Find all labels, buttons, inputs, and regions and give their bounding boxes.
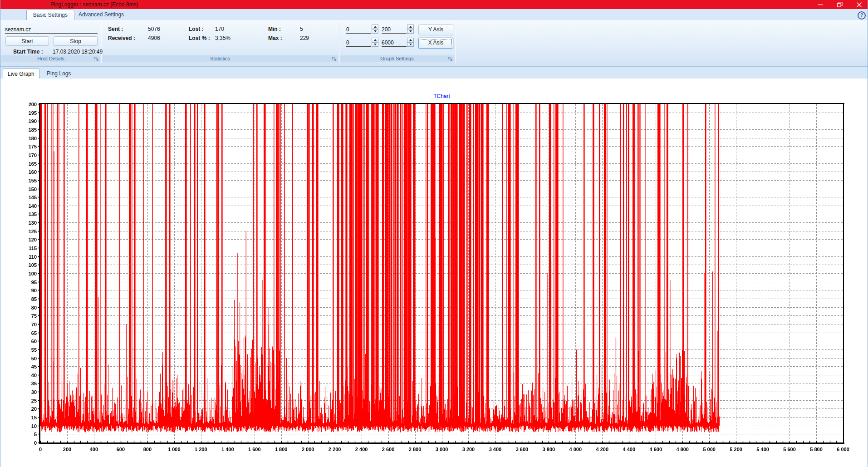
y-axis-max-spinner <box>407 25 414 34</box>
spin-down-icon[interactable] <box>407 42 414 47</box>
minimize-button[interactable] <box>812 0 828 9</box>
spin-down-icon[interactable] <box>407 29 414 34</box>
stat-sent-value: 5076 <box>148 26 160 32</box>
ping-chart-canvas[interactable] <box>0 79 868 467</box>
pinglogger-window: PingLogger : seznam.cz (Echo 8ms) Basic … <box>0 0 868 467</box>
group-host-details: Start Stop Start Time : 17.03.2020 18:20… <box>1 20 100 62</box>
host-input[interactable] <box>5 26 98 34</box>
window-title: PingLogger : seznam.cz (Echo 8ms) <box>50 1 138 8</box>
x-axis-button[interactable]: X Asis <box>418 38 453 49</box>
ribbon-body: Start Stop Start Time : 17.03.2020 18:20… <box>0 20 868 67</box>
stat-max-label: Max : <box>268 35 282 41</box>
ribbon-tab-advanced-settings[interactable]: Advanced Settings <box>72 10 130 20</box>
stat-min-label: Min : <box>268 26 281 32</box>
help-icon[interactable]: ? <box>858 11 866 20</box>
group-separator <box>339 22 339 63</box>
stat-min-value: 5 <box>300 26 303 32</box>
ribbon-tab-strip: Basic Settings Advanced Settings ? <box>0 9 868 20</box>
spin-up-icon[interactable] <box>407 38 414 42</box>
close-icon <box>857 2 862 7</box>
close-button[interactable] <box>851 0 867 9</box>
spin-down-icon[interactable] <box>372 29 378 34</box>
group-caption-statistics: Statistics <box>102 55 338 62</box>
spin-up-icon[interactable] <box>407 25 414 29</box>
stat-lost-pct-value: 3,35% <box>215 35 230 41</box>
restore-button[interactable] <box>832 0 848 9</box>
live-graph-panel: TChart <box>0 79 868 467</box>
spin-down-icon[interactable] <box>372 42 378 47</box>
group-caption-graph-settings: Graph Settings <box>340 55 454 62</box>
start-time-label: Start Time : <box>13 49 43 55</box>
tab-ping-logs[interactable]: Ping Logs <box>42 69 75 79</box>
start-time-value: 17.03.2020 18:20:49 <box>53 49 103 55</box>
y-axis-button[interactable]: Y Asis <box>418 25 453 35</box>
dialog-launcher-icon[interactable] <box>448 56 453 61</box>
x-axis-min-spinner <box>372 38 378 47</box>
group-statistics: Sent : 5076 Received : 4906 Lost : 170 L… <box>102 20 338 62</box>
y-axis-min-input[interactable] <box>346 26 371 34</box>
title-bar: PingLogger : seznam.cz (Echo 8ms) <box>0 0 868 9</box>
dialog-launcher-icon[interactable] <box>332 56 337 61</box>
group-separator <box>101 22 101 63</box>
dialog-launcher-icon[interactable] <box>94 56 99 61</box>
stat-received-value: 4906 <box>148 35 160 41</box>
minimize-icon <box>818 2 823 7</box>
spin-up-icon[interactable] <box>372 38 378 42</box>
stat-lost-value: 170 <box>215 26 224 32</box>
stat-max-value: 229 <box>300 35 309 41</box>
stat-lost-pct-label: Lost % : <box>189 35 210 41</box>
restore-icon <box>837 2 843 7</box>
stat-received-label: Received : <box>108 35 135 41</box>
stat-lost-label: Lost : <box>189 26 204 32</box>
tab-live-graph[interactable]: Live Graph <box>3 69 39 79</box>
group-graph-settings: Y Asis X Asis Graph Settings <box>340 20 454 62</box>
view-tab-strip: Live Graph Ping Logs <box>0 67 868 79</box>
stat-sent-label: Sent : <box>108 26 123 32</box>
start-button[interactable]: Start <box>5 36 49 46</box>
group-separator <box>455 22 455 63</box>
x-axis-max-input[interactable] <box>382 39 407 47</box>
y-axis-max-input[interactable] <box>382 26 407 34</box>
x-axis-min-input[interactable] <box>346 39 371 47</box>
x-axis-max-spinner <box>407 38 414 47</box>
group-caption-host-details: Host Details <box>1 55 100 62</box>
stop-button[interactable]: Stop <box>54 36 98 46</box>
y-axis-min-spinner <box>372 25 378 34</box>
ribbon-tab-basic-settings[interactable]: Basic Settings <box>26 10 74 20</box>
spin-up-icon[interactable] <box>372 25 378 29</box>
